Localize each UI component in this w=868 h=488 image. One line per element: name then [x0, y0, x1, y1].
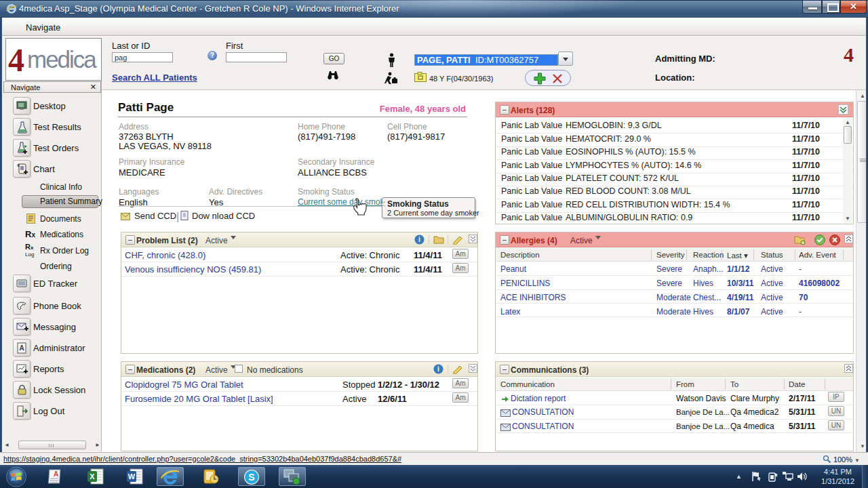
- svg-text:i: i: [418, 236, 420, 243]
- svg-text:A: A: [19, 344, 24, 352]
- svg-text:A: A: [54, 470, 58, 478]
- svg-text:X: X: [90, 472, 95, 481]
- svg-text:W: W: [128, 472, 136, 481]
- svg-text:S: S: [248, 472, 254, 483]
- svg-text:i: i: [437, 365, 439, 373]
